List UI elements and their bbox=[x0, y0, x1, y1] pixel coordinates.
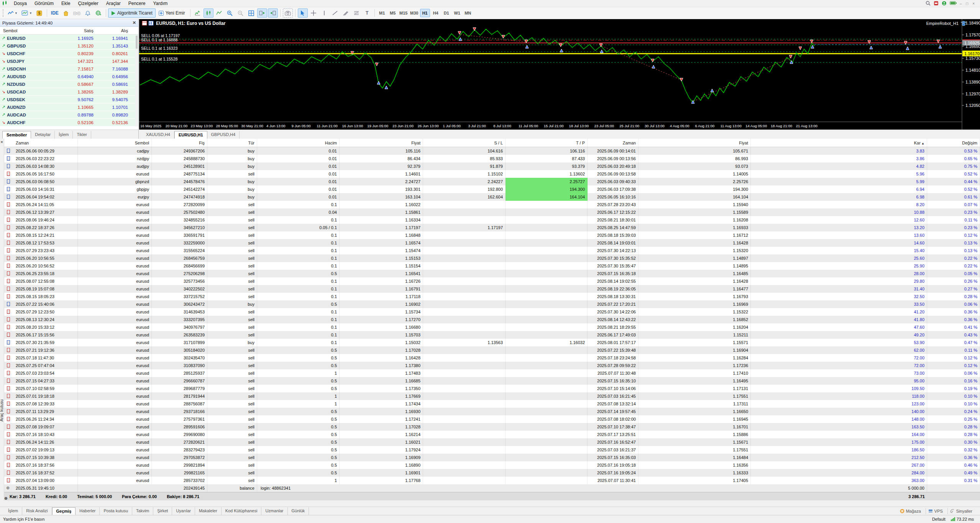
menu-ekle[interactable]: Ekle bbox=[57, 0, 74, 7]
history-row[interactable]: 2025.06.03 06:08:50gbpnzd244578476buy0.0… bbox=[4, 178, 980, 185]
algo-trading-button[interactable]: Algoritmik Ticaret bbox=[108, 8, 156, 18]
col-symbol[interactable]: Sembol bbox=[0, 28, 54, 33]
toolbox-tab-Günlük[interactable]: Günlük bbox=[288, 507, 309, 515]
tile-windows-button[interactable] bbox=[246, 8, 256, 18]
history-col-SL[interactable]: S / L bbox=[423, 139, 506, 147]
history-row[interactable]: 2025.07.11 13:29:29eurusd293718166sell0.… bbox=[4, 408, 980, 415]
history-row[interactable]: 2025.07.29 12:23:50eurusd314639453sell0.… bbox=[4, 308, 980, 316]
chart-tab-GBPUSD-H4[interactable]: GBPUSD,H4 bbox=[207, 131, 240, 139]
history-row[interactable]: 2025.06.12 13:39:27eurusd257502480sell0.… bbox=[4, 208, 980, 216]
history-row[interactable]: 2025.06.05 16:17:50eurusd248775134sell0.… bbox=[4, 170, 980, 178]
history-row[interactable]: 2025.07.29 23:23:43eurusd315565224sell0.… bbox=[4, 247, 980, 254]
market-watch-row-USDSEK[interactable]: ↗USDSEK9.507629.54075 bbox=[0, 96, 138, 103]
toolbox-tab-Uzmanlar[interactable]: Uzmanlar bbox=[261, 507, 287, 515]
timeframe-MN[interactable]: MN bbox=[463, 9, 473, 17]
history-row[interactable]: 2025.07.01 19:18:18eurusd281791944sell11… bbox=[4, 392, 980, 400]
chart-tab-XAUUSD-H4[interactable]: XAUUSD,H4 bbox=[142, 131, 174, 139]
chart-profile-button[interactable]: ▼ bbox=[20, 8, 34, 18]
status-latency[interactable]: 73.22 ms bbox=[957, 517, 974, 521]
history-row[interactable]: 2025.06.06 00:05:29cadjpy249367206buy0.0… bbox=[4, 147, 980, 155]
history-row[interactable]: 2025.07.15 04:27:33eurusd296660787sell0.… bbox=[4, 377, 980, 385]
community-globe-icon[interactable]: + bbox=[94, 8, 103, 18]
history-col-Tür[interactable]: Tür bbox=[207, 139, 257, 147]
chart-window[interactable]: EURUSD, H1: Euro vs US DollarEmpireRobot… bbox=[139, 19, 980, 130]
col-bid[interactable]: Satış bbox=[54, 28, 94, 33]
history-row[interactable]: 2025.07.16 18:10:43eurusd299690080sell0.… bbox=[4, 431, 980, 438]
history-row[interactable]: 2025.08.15 18:05:23eurusd337215752sell0.… bbox=[4, 293, 980, 300]
history-row[interactable]: 2025.08.15 12:24:21eurusd336591791sell0.… bbox=[4, 231, 980, 239]
toolbox-tab-Risk-Analizi[interactable]: Risk Analizi bbox=[22, 507, 52, 515]
timeframe-M15[interactable]: M15 bbox=[399, 9, 409, 17]
deposit-button[interactable]: $ bbox=[34, 8, 44, 18]
timeframe-M1[interactable]: M1 bbox=[377, 9, 387, 17]
market-watch-tab-Tikler[interactable]: Tikler bbox=[73, 131, 91, 139]
line-chart-button[interactable] bbox=[214, 8, 224, 18]
history-row[interactable]: 2025.08.06 19:46:24eurusd324855216sell0.… bbox=[4, 216, 980, 224]
market-watch-row-NZDUSD[interactable]: ↗NZDUSD0.586670.58691 bbox=[0, 80, 138, 88]
timeframe-H1[interactable]: H1 bbox=[420, 9, 430, 17]
toolbox-tab-Posta-kutusu[interactable]: Posta kutusu bbox=[100, 507, 132, 515]
market-watch-row-AUDCAD[interactable]: ↗AUDCAD0.897880.89820 bbox=[0, 111, 138, 119]
market-watch-header[interactable]: Piyasa Gözlemi: 14:49:40 ✕ bbox=[0, 19, 138, 27]
status-profile[interactable]: Default bbox=[932, 517, 946, 521]
search-icon[interactable] bbox=[926, 1, 931, 7]
history-row[interactable]: 2025.06.25 23:55:18eurusd275206298sell0.… bbox=[4, 270, 980, 277]
history-column-headers[interactable]: ZamanSembolFişTürHacimFiyatS / LT / PZam… bbox=[4, 139, 980, 147]
zoom-out-button[interactable] bbox=[236, 8, 246, 18]
vertical-line-tool-button[interactable] bbox=[319, 8, 329, 18]
toolbox-tab-Geçmiş[interactable]: Geçmiş bbox=[52, 507, 76, 515]
timeframe-M30[interactable]: M30 bbox=[409, 9, 419, 17]
menu-çizelgeler[interactable]: Çizelgeler bbox=[74, 0, 102, 7]
vps-service[interactable]: VPS bbox=[926, 508, 945, 514]
window-controls[interactable]: – □ × bbox=[960, 2, 976, 6]
balance-row[interactable]: ⊕2025.05.31 19:45:10202439145balancelogi… bbox=[4, 484, 980, 492]
candlestick-chart-button[interactable] bbox=[204, 8, 213, 18]
metaeditor-ide-button[interactable]: IDE bbox=[49, 8, 60, 18]
history-row[interactable]: 2025.06.24 14:11:26eurusd272820621sell0.… bbox=[4, 438, 980, 446]
toolbox-tab-Takvim[interactable]: Takvim bbox=[132, 507, 153, 515]
market-watch-row-GBPUSD[interactable]: ↗GBPUSD1.351201.35143 bbox=[0, 42, 138, 50]
history-col-Zaman[interactable]: Zaman bbox=[13, 139, 78, 147]
history-row[interactable]: 2025.06.20 10:56:52eurusd268456699sell0.… bbox=[4, 262, 980, 270]
col-ask[interactable]: Alış bbox=[94, 28, 132, 33]
toolbox-close-icon[interactable]: ✕ bbox=[0, 140, 3, 144]
market-watch-row-AUDUSD[interactable]: ↗AUDUSD0.649400.64956 bbox=[0, 73, 138, 80]
community-icon[interactable] bbox=[942, 1, 947, 7]
fibonacci-tool-button[interactable] bbox=[351, 8, 361, 18]
menu-yardım[interactable]: Yardım bbox=[149, 0, 171, 7]
chart-shift-button[interactable] bbox=[268, 8, 278, 18]
menu-dosya[interactable]: Dosya bbox=[10, 0, 31, 7]
toolbox-tab-Uyarılar[interactable]: Uyarılar bbox=[172, 507, 195, 515]
history-row[interactable]: 2025.06.03 14:16:31gbpjpy245142274buy0.0… bbox=[4, 185, 980, 193]
history-row[interactable]: 2025.06.04 19:54:02eurjpy247474918buy0.0… bbox=[4, 193, 980, 201]
zoom-in-button[interactable] bbox=[225, 8, 235, 18]
text-tool-button[interactable]: T bbox=[362, 8, 372, 18]
timeframe-H4[interactable]: H4 bbox=[431, 9, 441, 17]
history-row[interactable]: 2025.07.15 10:39:38eurusd297053872sell0.… bbox=[4, 454, 980, 461]
toolbox-tab-İşlem[interactable]: İşlem bbox=[4, 507, 22, 515]
market-store-icon[interactable] bbox=[61, 8, 71, 18]
notifications-icon[interactable] bbox=[934, 1, 939, 7]
history-row[interactable]: 2025.06.03 22:23:22nzdjpy245888730buy0.0… bbox=[4, 155, 980, 162]
history-row[interactable]: 2025.06.17 15:15:56eurusd263583239sell0.… bbox=[4, 331, 980, 339]
market-watch-row-AUDCHF[interactable]: ↘AUDCHF0.521060.52136 bbox=[0, 119, 138, 126]
alerts-bell-icon[interactable] bbox=[83, 8, 93, 18]
history-row[interactable]: 2025.07.08 19:09:07eurusd289591606sell0.… bbox=[4, 423, 980, 431]
history-row[interactable]: 2025.08.20 15:33:12eurusd340976797sell0.… bbox=[4, 323, 980, 331]
crosshair-tool-button[interactable] bbox=[309, 8, 318, 18]
timeframe-W1[interactable]: W1 bbox=[452, 9, 462, 17]
history-row[interactable]: 2025.06.03 14:08:30audjpy245128901buy0.0… bbox=[4, 162, 980, 170]
channel-tool-button[interactable] bbox=[341, 8, 351, 18]
history-col-Hacim[interactable]: Hacim bbox=[257, 139, 340, 147]
auto-scroll-button[interactable] bbox=[257, 8, 267, 18]
history-row[interactable]: 2025.08.22 18:37:26eurusd345627210sell0.… bbox=[4, 224, 980, 231]
timeframe-M5[interactable]: M5 bbox=[388, 9, 398, 17]
history-row[interactable]: 2025.08.19 15:07:08eurusd340222502sell0.… bbox=[4, 285, 980, 293]
market-watch-row-USDCNH[interactable]: ↗USDCNH7.158177.16088 bbox=[0, 65, 138, 73]
history-row[interactable]: 2025.07.30 21:35:59eurusd317107899buy0.1… bbox=[4, 339, 980, 346]
toolbox-tab-Şirket[interactable]: Şirket bbox=[153, 507, 172, 515]
history-col-Fiş[interactable]: Fiş bbox=[152, 139, 207, 147]
history-col-Değişim[interactable]: Değişim bbox=[927, 139, 980, 147]
history-row[interactable]: 2025.08.13 12:30:24eurusd333207395sell0.… bbox=[4, 316, 980, 323]
market-watch-tab-Semboller[interactable]: Semboller bbox=[2, 131, 31, 139]
